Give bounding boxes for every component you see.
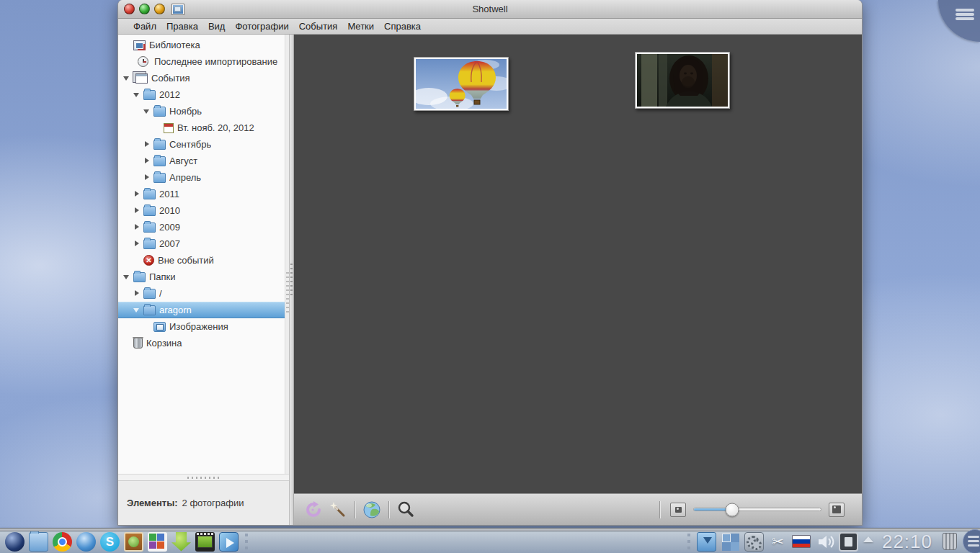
photo-thumbnail-aragorn[interactable] bbox=[635, 52, 730, 109]
zoom-out-button[interactable] bbox=[670, 503, 686, 517]
clipboard-scissors-icon[interactable]: ✂ bbox=[768, 532, 788, 552]
sidebar-item-2010[interactable]: 2010 bbox=[118, 202, 289, 219]
status-value: 2 фотографии bbox=[182, 498, 244, 508]
folder-icon bbox=[143, 189, 156, 199]
sidebar-item-images[interactable]: Изображения bbox=[118, 318, 289, 335]
menu-file[interactable]: Файл bbox=[128, 19, 161, 33]
photo-book-icon[interactable] bbox=[124, 532, 143, 552]
system-settings-gears-icon[interactable] bbox=[744, 532, 764, 552]
expander-icon[interactable] bbox=[133, 206, 142, 215]
publish-button[interactable] bbox=[360, 498, 384, 521]
chromium-browser-icon[interactable] bbox=[76, 532, 96, 552]
photo-thumbnail-balloons[interactable] bbox=[414, 57, 509, 111]
tray-expander-arrow-icon[interactable] bbox=[863, 536, 873, 547]
horizontal-splitter[interactable] bbox=[118, 474, 289, 480]
office-suite-icon[interactable] bbox=[148, 532, 167, 552]
sidebar-item-august[interactable]: Август bbox=[118, 153, 289, 169]
folder-icon bbox=[153, 107, 166, 117]
taskbar-clock[interactable]: 22:10 bbox=[882, 531, 932, 553]
expander-icon[interactable] bbox=[143, 156, 152, 166]
sidebar-item-2011[interactable]: 2011 bbox=[118, 186, 289, 202]
sidebar-scrollbar[interactable] bbox=[285, 35, 289, 474]
skype-icon[interactable]: S bbox=[100, 532, 120, 552]
folder-icon bbox=[153, 156, 166, 166]
sidebar-item-last-import[interactable]: Последнее импортирование bbox=[118, 53, 289, 70]
sidebar-item-no-events[interactable]: Вне событий bbox=[118, 252, 289, 269]
sidebar-item-2012[interactable]: 2012 bbox=[118, 86, 289, 103]
sidebar: Библиотека Последнее импортирование Собы… bbox=[118, 35, 290, 525]
menu-tags[interactable]: Метки bbox=[342, 19, 379, 33]
sidebar-item-root[interactable]: / bbox=[118, 285, 289, 302]
expander-icon[interactable] bbox=[122, 272, 132, 282]
keyboard-layout-ru-icon[interactable] bbox=[792, 535, 811, 548]
taskbar-separator[interactable] bbox=[244, 534, 249, 549]
large-photo-icon bbox=[832, 505, 841, 513]
sidebar-item-november[interactable]: Ноябрь bbox=[118, 103, 289, 120]
sidebar-item-folders[interactable]: Папки bbox=[118, 269, 289, 285]
panel-toolbox-button[interactable] bbox=[963, 529, 980, 553]
menu-view[interactable]: Вид bbox=[203, 19, 231, 33]
small-photo-icon bbox=[675, 507, 682, 513]
pager-grid-icon[interactable] bbox=[721, 532, 740, 552]
toolbox-lines-icon bbox=[956, 7, 974, 22]
expander-icon[interactable] bbox=[133, 239, 142, 248]
print-device-icon[interactable] bbox=[839, 532, 858, 552]
rotate-button[interactable] bbox=[301, 498, 326, 521]
aragorn-image bbox=[637, 54, 728, 107]
trash-icon bbox=[133, 338, 143, 349]
media-player-icon[interactable] bbox=[219, 532, 239, 552]
expander-icon[interactable] bbox=[143, 107, 152, 116]
library-tree: Библиотека Последнее импортирование Собы… bbox=[118, 35, 289, 474]
no-events-icon bbox=[143, 255, 154, 266]
sidebar-item-2009[interactable]: 2009 bbox=[118, 219, 289, 235]
sidebar-item-april[interactable]: Апрель bbox=[118, 169, 289, 186]
launcher-sphere-icon[interactable] bbox=[5, 532, 24, 552]
zoom-slider[interactable] bbox=[693, 508, 821, 511]
chrome-browser-icon[interactable] bbox=[53, 532, 72, 552]
expander-icon[interactable] bbox=[122, 73, 132, 83]
file-manager-icon[interactable] bbox=[29, 532, 48, 552]
expander-icon[interactable] bbox=[133, 305, 142, 315]
folder-icon bbox=[143, 90, 156, 100]
folder-icon bbox=[133, 272, 146, 282]
zoom-in-button[interactable] bbox=[829, 503, 845, 517]
sidebar-item-2007[interactable]: 2007 bbox=[118, 235, 289, 252]
sidebar-item-september[interactable]: Сентябрь bbox=[118, 136, 289, 153]
desktop-trash-icon[interactable] bbox=[943, 533, 957, 550]
menu-edit[interactable]: Правка bbox=[161, 19, 203, 33]
shotwell-window: Shotwell Файл Правка Вид Фотографии Собы… bbox=[117, 0, 863, 526]
taskbar-separator[interactable] bbox=[686, 534, 692, 549]
sidebar-item-event-nov-20[interactable]: Вт. нояб. 20, 2012 bbox=[118, 120, 289, 136]
system-tray: ✂ 22:10 bbox=[683, 529, 977, 553]
menu-photos[interactable]: Фотографии bbox=[230, 19, 293, 33]
sidebar-item-events[interactable]: События bbox=[118, 70, 289, 86]
titlebar[interactable]: Shotwell bbox=[118, 0, 862, 19]
folder-icon bbox=[153, 140, 166, 150]
downloads-folder-icon[interactable] bbox=[697, 532, 716, 552]
expander-icon[interactable] bbox=[133, 222, 142, 232]
bottom-toolbar bbox=[294, 493, 862, 525]
sidebar-item-aragorn[interactable]: aragorn bbox=[118, 302, 289, 318]
search-button[interactable] bbox=[393, 498, 418, 521]
expander-icon[interactable] bbox=[143, 140, 152, 149]
toolbar-separator bbox=[659, 501, 660, 518]
menu-help[interactable]: Справка bbox=[379, 19, 426, 33]
video-editor-icon[interactable] bbox=[195, 532, 215, 552]
zoom-slider-handle[interactable] bbox=[725, 503, 739, 516]
expander-icon[interactable] bbox=[133, 90, 142, 99]
publish-globe-icon bbox=[362, 500, 381, 519]
sidebar-item-trash[interactable]: Корзина bbox=[118, 335, 289, 351]
expander-icon[interactable] bbox=[143, 173, 152, 182]
menu-events[interactable]: События bbox=[294, 19, 343, 33]
expander-icon[interactable] bbox=[133, 289, 142, 298]
green-downloader-icon[interactable] bbox=[172, 532, 191, 552]
photo-grid bbox=[294, 35, 862, 493]
toolbar-separator bbox=[388, 501, 389, 518]
clock-icon bbox=[138, 56, 148, 67]
folder-icon bbox=[143, 305, 156, 315]
volume-icon[interactable] bbox=[815, 532, 834, 552]
folder-images-icon bbox=[153, 322, 166, 332]
expander-icon[interactable] bbox=[133, 189, 142, 199]
sidebar-item-library[interactable]: Библиотека bbox=[118, 37, 289, 53]
enhance-button[interactable] bbox=[326, 498, 350, 521]
